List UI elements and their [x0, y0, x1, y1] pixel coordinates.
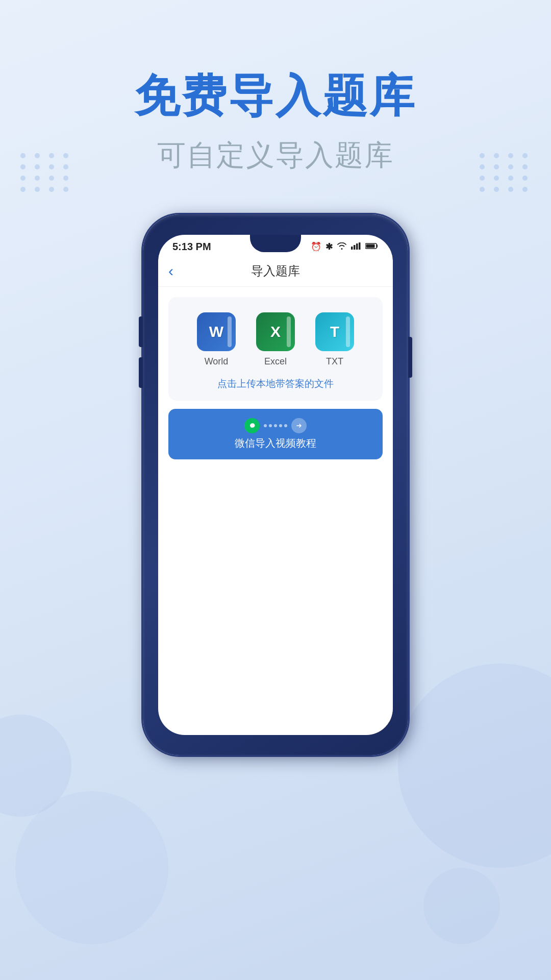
excel-label: Excel [264, 356, 287, 367]
excel-icon-bar [287, 316, 291, 347]
volume-down-button [139, 357, 143, 388]
txt-icon: T [315, 312, 354, 351]
phone-screen: 5:13 PM ⏰ ✱ [158, 235, 393, 735]
nav-title: 导入题库 [251, 263, 300, 279]
word-letter: W [209, 323, 223, 340]
file-select-card: W World X Excel [168, 297, 383, 401]
volume-up-button [139, 316, 143, 347]
alarm-icon: ⏰ [311, 241, 321, 252]
battery-icon [365, 242, 379, 252]
power-button [408, 337, 412, 378]
dot-grid-right [480, 153, 531, 192]
svg-rect-5 [366, 244, 375, 248]
word-icon-bar [228, 316, 232, 347]
nav-bar: ‹ 导入题库 [158, 256, 393, 287]
svg-rect-2 [356, 243, 358, 250]
word-icon: W [197, 312, 236, 351]
sub-title: 可自定义导入题库 [0, 136, 551, 175]
status-icons: ⏰ ✱ [311, 241, 379, 252]
excel-letter: X [270, 323, 281, 340]
word-file-option[interactable]: W World [197, 312, 236, 367]
phone-notch [250, 235, 301, 252]
phone-mockup: 5:13 PM ⏰ ✱ [143, 214, 408, 755]
wechat-btn-label: 微信导入视频教程 [235, 436, 316, 450]
wechat-icons-row [244, 418, 307, 433]
phone-outer: 5:13 PM ⏰ ✱ [143, 214, 408, 755]
bg-circle-4 [423, 868, 500, 944]
wifi-icon [337, 242, 347, 252]
excel-file-option[interactable]: X Excel [256, 312, 295, 367]
file-icons-row: W World X Excel [179, 312, 372, 367]
svg-rect-1 [354, 245, 356, 250]
txt-icon-bar [346, 316, 350, 347]
bg-circle-2 [15, 791, 168, 944]
signal-icon [351, 242, 361, 252]
word-label: World [205, 356, 229, 367]
txt-label: TXT [326, 356, 343, 367]
excel-icon: X [256, 312, 295, 351]
svg-rect-3 [359, 242, 361, 250]
wechat-dots [264, 424, 287, 427]
status-time: 5:13 PM [172, 241, 211, 253]
dot-grid-left [20, 153, 71, 192]
svg-rect-0 [351, 247, 353, 250]
screen-content: W World X Excel [158, 297, 393, 459]
bluetooth-icon: ✱ [325, 241, 333, 252]
main-title: 免费导入题库 [0, 71, 551, 121]
wechat-logo-icon [244, 418, 260, 433]
wechat-arrow-icon [291, 418, 307, 433]
headline-area: 免费导入题库 可自定义导入题库 [0, 0, 551, 175]
upload-hint[interactable]: 点击上传本地带答案的文件 [179, 377, 372, 390]
bg-circle-3 [398, 664, 551, 868]
wechat-tutorial-button[interactable]: 微信导入视频教程 [168, 409, 383, 459]
txt-file-option[interactable]: T TXT [315, 312, 354, 367]
txt-letter: T [330, 323, 339, 340]
back-button[interactable]: ‹ [168, 262, 173, 280]
